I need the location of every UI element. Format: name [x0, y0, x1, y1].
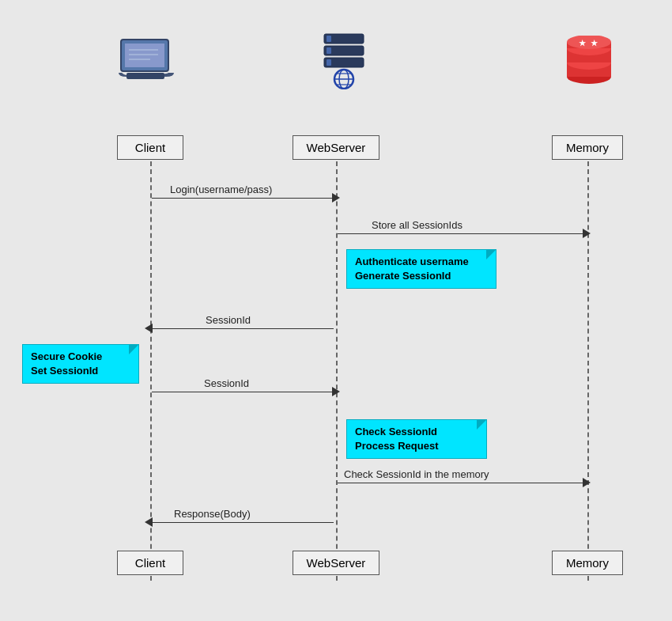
label-response: Response(Body)	[174, 508, 251, 520]
lifeline-webserver	[336, 161, 338, 581]
memory-icon: ★ ★	[549, 36, 629, 90]
arrowhead-response	[145, 517, 153, 527]
arrow-sessionid-1	[152, 328, 334, 329]
label-store: Store all SessionIds	[372, 219, 462, 231]
svg-rect-5	[126, 73, 164, 79]
actor-webserver-top-label: WebServer	[307, 141, 366, 154]
actor-memory-bottom-label: Memory	[566, 556, 609, 570]
arrowhead-sessionid-1	[145, 324, 153, 333]
svg-rect-7	[327, 36, 331, 42]
actor-memory-top: Memory	[552, 135, 623, 160]
actor-memory-bottom: Memory	[552, 551, 623, 575]
actor-webserver-top: WebServer	[293, 135, 379, 160]
label-login: Login(username/pass)	[170, 184, 272, 195]
sequence-diagram: ★ ★ Client WebServer Memory Login(userna…	[0, 0, 672, 621]
label-check-memory: Check SessionId in the memory	[344, 468, 489, 480]
actor-memory-top-label: Memory	[566, 141, 609, 154]
actor-client-bottom-label: Client	[135, 556, 165, 570]
arrow-store	[338, 233, 584, 234]
note-check-session: Check SessionIdProcess Request	[346, 419, 487, 459]
svg-text:★: ★	[579, 39, 587, 47]
arrow-login	[152, 198, 334, 199]
actor-client-top: Client	[117, 135, 183, 160]
client-icon	[103, 36, 190, 94]
arrow-sessionid-2	[152, 392, 334, 392]
webserver-icon	[308, 30, 379, 93]
svg-rect-1	[125, 44, 164, 67]
label-sessionid-1: SessionId	[206, 314, 251, 326]
actor-webserver-bottom: WebServer	[293, 551, 379, 575]
lifeline-memory	[587, 161, 589, 581]
note-secure-cookie: Secure CookieSet SessionId	[22, 344, 139, 384]
actor-client-bottom: Client	[117, 551, 183, 575]
arrow-response	[152, 522, 334, 523]
actor-client-top-label: Client	[135, 141, 165, 154]
arrowhead-login	[332, 193, 340, 203]
label-sessionid-2: SessionId	[204, 377, 249, 389]
actor-webserver-bottom-label: WebServer	[307, 556, 366, 570]
arrowhead-sessionid-2	[332, 387, 340, 396]
arrow-check-memory	[338, 483, 584, 483]
svg-rect-11	[327, 59, 331, 66]
note-authenticate: Authenticate usernameGenerate SessionId	[346, 249, 496, 289]
svg-text:★: ★	[591, 39, 598, 47]
svg-rect-9	[327, 47, 331, 54]
arrowhead-check-memory	[583, 478, 591, 487]
arrowhead-store	[583, 229, 591, 238]
